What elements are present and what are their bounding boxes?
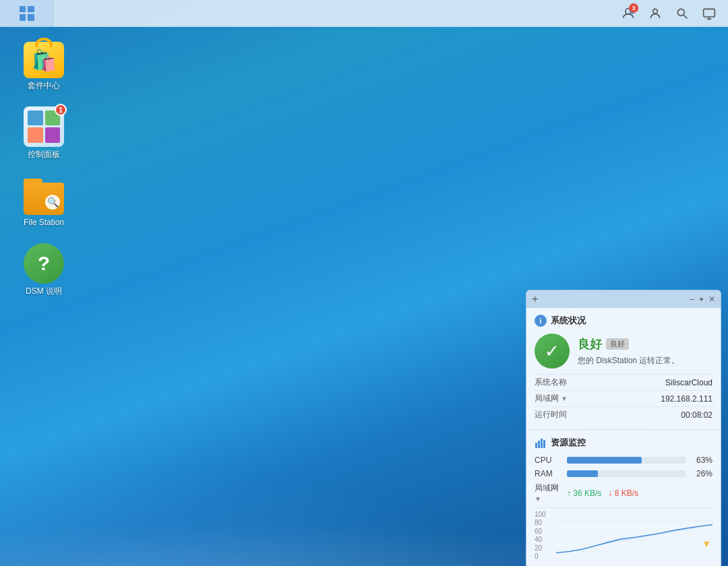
desktop-icon-package-center[interactable]: 🛍️ 套件中心 <box>13 34 74 96</box>
cpu-bar-fill <box>567 457 642 464</box>
detail-row-lan: 局域网 ▼ 192.168.2.111 <box>535 390 712 406</box>
chart-marker: ▼ <box>702 538 711 549</box>
control-cell-1 <box>28 111 43 126</box>
status-info: 良好 良好 您的 DiskStation 运转正常。 <box>578 336 712 367</box>
desktop-icon-file-station[interactable]: 🔍 File Station <box>13 170 74 232</box>
ram-bar-row: RAM 26% <box>535 469 712 478</box>
ram-percentage: 26% <box>691 469 712 478</box>
system-status-title: 系统状况 <box>551 315 586 327</box>
status-desc: 您的 DiskStation 运转正常。 <box>578 355 712 367</box>
svg-point-3 <box>677 9 684 15</box>
widget-add-button[interactable]: + <box>532 293 538 305</box>
svg-rect-11 <box>543 440 545 448</box>
resource-monitor-header: 资源监控 <box>535 437 712 449</box>
chart-canvas: ▼ <box>556 511 712 561</box>
desktop-icon-control-panel[interactable]: 1 控制面板 <box>13 102 74 164</box>
logo-cell <box>28 6 34 13</box>
detail-label-uptime: 运行时间 <box>535 409 567 420</box>
svg-line-4 <box>684 15 688 18</box>
control-cell-4 <box>45 127 61 143</box>
resource-monitor-title: 资源监控 <box>551 437 586 449</box>
status-row: ✓ 良好 良好 您的 DiskStation 运转正常。 <box>535 334 712 369</box>
chart-y-labels: 100 80 60 40 20 0 <box>535 511 555 561</box>
taskbar-logo[interactable] <box>0 0 54 27</box>
folder-body: 🔍 <box>24 183 64 215</box>
widget-container: + − ✦ ✕ i 系统状况 ✓ 良好 <box>526 290 721 566</box>
detail-value-system-name: SiliscarCloud <box>665 378 712 387</box>
desktop-icon-dsm-help[interactable]: ? DSM 说明 <box>13 239 74 301</box>
network-download: ↓ 8 KB/s <box>608 489 638 498</box>
system-status-section: i 系统状况 ✓ 良好 良好 您的 DiskStation 运转正常。 <box>526 308 721 430</box>
resource-monitor-icon <box>535 437 547 449</box>
svg-rect-10 <box>541 439 543 448</box>
detail-label-system-name: 系统名称 <box>535 377 567 388</box>
dsm-help-icon: ? <box>24 243 64 284</box>
notification-button[interactable]: 3 <box>616 1 640 26</box>
display-button[interactable] <box>697 1 721 26</box>
chart-label-0: 0 <box>535 553 555 560</box>
network-stats: ↑ 36 KB/s ↓ 8 KB/s <box>567 489 638 498</box>
network-upload: ↑ 36 KB/s <box>567 489 601 498</box>
chart-label-20: 20 <box>535 544 555 552</box>
widget-pin-button[interactable]: ✦ <box>698 295 704 304</box>
control-panel-icon-img: 1 <box>24 106 64 147</box>
search-button[interactable] <box>670 1 694 26</box>
detail-value-uptime: 00:08:02 <box>681 410 712 420</box>
widget-toolbar-right: − ✦ ✕ <box>689 294 715 305</box>
detail-row-uptime: 运行时间 00:08:02 <box>535 406 712 422</box>
network-label: 局域网 ▼ <box>535 482 562 503</box>
cpu-bar-row: CPU 63% <box>535 455 712 465</box>
resource-monitor-section: 资源监控 CPU 63% RAM 26% <box>526 430 721 566</box>
ram-label: RAM <box>535 469 562 478</box>
svg-rect-9 <box>538 441 540 448</box>
ram-bar-fill <box>567 470 598 477</box>
widget-close-button[interactable]: ✕ <box>708 294 715 304</box>
cpu-bar-track <box>567 457 686 464</box>
chart-label-60: 60 <box>535 528 555 535</box>
logo-cell <box>20 6 26 13</box>
status-check-icon: ✓ <box>535 334 570 369</box>
taskbar-right: 3 <box>616 1 728 26</box>
cpu-percentage: 63% <box>691 455 712 465</box>
file-station-folder-icon: 🔍 <box>24 175 64 215</box>
resource-chart: 100 80 60 40 20 0 <box>535 507 712 561</box>
detail-row-system-name: 系统名称 SiliscarCloud <box>535 374 712 390</box>
widget-panel: i 系统状况 ✓ 良好 良好 您的 DiskStation 运转正常。 <box>526 308 721 566</box>
cpu-label: CPU <box>535 455 562 465</box>
network-row: 局域网 ▼ ↑ 36 KB/s ↓ 8 KB/s <box>535 482 712 503</box>
dsm-help-label: DSM 说明 <box>26 286 62 297</box>
status-good-badge: 良好 <box>606 338 629 350</box>
control-panel-badge: 1 <box>55 104 67 116</box>
desktop: 3 <box>0 0 728 566</box>
file-station-label: File Station <box>24 218 64 228</box>
detail-value-lan: 192.168.2.111 <box>661 394 712 404</box>
chart-label-100: 100 <box>535 511 555 518</box>
widget-toolbar: + − ✦ ✕ <box>526 290 721 308</box>
detail-label-lan: 局域网 ▼ <box>535 393 568 404</box>
logo-cell <box>28 14 34 21</box>
notification-badge: 3 <box>629 3 638 13</box>
svg-point-2 <box>653 9 658 13</box>
control-panel-label: 控制面板 <box>28 150 60 160</box>
status-details: 系统名称 SiliscarCloud 局域网 ▼ 192.168.2.111 运… <box>535 374 712 422</box>
chart-label-80: 80 <box>535 519 555 526</box>
package-center-icon-img: 🛍️ <box>24 38 64 78</box>
file-station-icon-img: 🔍 <box>24 175 64 215</box>
status-good-text: 良好 <box>578 336 602 352</box>
widget-minimize-button[interactable]: − <box>689 294 694 305</box>
svg-rect-8 <box>535 443 537 448</box>
user-button[interactable] <box>643 1 667 26</box>
svg-rect-5 <box>704 9 715 17</box>
lan-chevron-icon[interactable]: ▼ <box>561 395 568 402</box>
info-icon: i <box>535 315 547 327</box>
control-cell-3 <box>28 127 43 143</box>
network-chevron-icon[interactable]: ▼ <box>535 495 541 503</box>
status-good-row: 良好 良好 <box>578 336 712 352</box>
widget-toolbar-left: + <box>532 293 538 305</box>
ram-bar-track <box>567 470 686 477</box>
logo-cell <box>20 14 26 21</box>
desktop-icons-area: 🛍️ 套件中心 1 控制面板 <box>13 34 74 301</box>
folder-search-icon: 🔍 <box>45 195 60 210</box>
dsm-logo-grid <box>20 6 34 21</box>
system-status-header: i 系统状况 <box>535 315 712 327</box>
